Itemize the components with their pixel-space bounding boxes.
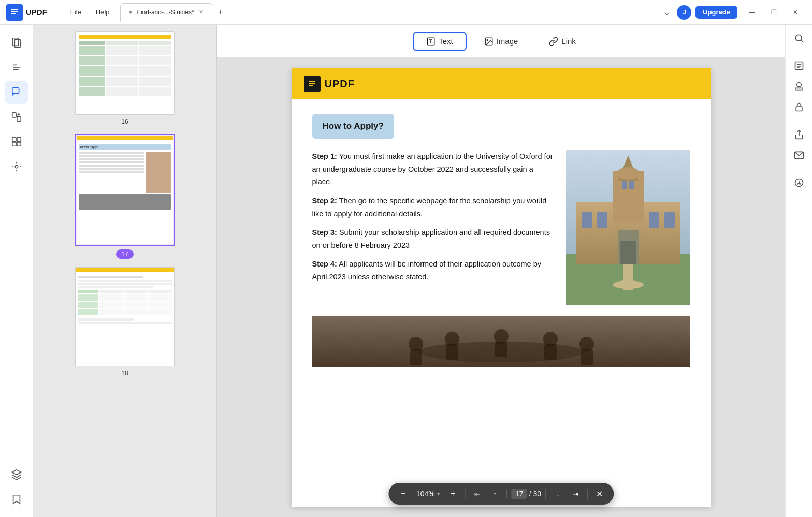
thumbnail-page-17[interactable]: How to Apply? xyxy=(37,134,212,259)
thumb-label-18: 18 xyxy=(121,370,128,377)
minimize-button[interactable]: — xyxy=(742,4,762,21)
thumb-label-17: 17 xyxy=(116,249,133,259)
svg-point-34 xyxy=(409,337,423,351)
page-viewport[interactable]: UPDF How to Apply? Step 1: You must firs… xyxy=(217,58,785,517)
zoom-dropdown-icon: ▾ xyxy=(437,491,440,497)
upgrade-label: Upgrade xyxy=(703,8,730,16)
link-tool-button[interactable]: Link xyxy=(535,32,589,51)
svg-point-40 xyxy=(543,332,558,346)
svg-point-12 xyxy=(15,165,18,168)
image-tool-button[interactable]: Image xyxy=(471,32,532,51)
nav-last-button[interactable]: ⇥ xyxy=(568,486,583,501)
svg-rect-29 xyxy=(620,241,636,264)
step-4-text: All applicants will be informed of their… xyxy=(312,260,541,281)
thumb-img-18 xyxy=(76,268,174,366)
thumbnail-page-18[interactable]: 18 xyxy=(37,267,212,377)
section-title-box: How to Apply? xyxy=(312,114,394,139)
user-avatar[interactable]: J xyxy=(677,5,691,20)
pdf-header: UPDF xyxy=(292,68,711,99)
maximize-button[interactable]: ❐ xyxy=(763,4,784,21)
close-button[interactable]: ✕ xyxy=(785,4,806,21)
pdf-logo: UPDF xyxy=(304,76,355,92)
sidebar-item-layers[interactable] xyxy=(5,463,28,486)
svg-rect-7 xyxy=(17,116,20,121)
zoom-sep-2 xyxy=(507,489,508,499)
svg-rect-41 xyxy=(544,344,557,360)
step-2: Step 2: Then go to the specific webpage … xyxy=(312,195,554,220)
ocr-icon[interactable] xyxy=(790,56,808,75)
menu-file[interactable]: File xyxy=(64,6,88,18)
zoom-sep-3 xyxy=(545,489,546,499)
pdf-logo-icon xyxy=(304,76,321,92)
zoom-in-button[interactable]: + xyxy=(445,486,461,501)
sidebar-item-ai[interactable] xyxy=(5,155,28,178)
step-2-label: Step 2: xyxy=(312,197,337,205)
right-sep-2 xyxy=(793,121,805,121)
svg-point-44 xyxy=(795,35,802,41)
step-1: Step 1: You must first make an applicati… xyxy=(312,150,554,188)
tab-close-icon[interactable]: ✕ xyxy=(197,8,206,17)
menu-help[interactable]: Help xyxy=(90,6,116,18)
zoom-out-button[interactable]: − xyxy=(396,486,411,501)
left-sidebar xyxy=(0,25,33,517)
nav-first-button[interactable]: ⇤ xyxy=(470,486,485,501)
current-tab[interactable]: ▾ Find-and-...-Studies* ✕ xyxy=(120,3,212,22)
svg-rect-35 xyxy=(410,349,422,365)
nav-prev-button[interactable]: ↑ xyxy=(487,486,503,501)
sidebar-item-convert[interactable] xyxy=(5,106,28,128)
image-tool-label: Image xyxy=(497,37,518,46)
new-tab-button[interactable]: + xyxy=(214,6,227,19)
step-4-label: Step 4: xyxy=(312,260,337,268)
steps-and-image: Step 1: You must first make an applicati… xyxy=(312,150,690,305)
zoom-percent-value: 104% xyxy=(416,490,435,498)
nav-next-button[interactable]: ↓ xyxy=(550,486,566,501)
upgrade-button[interactable]: Upgrade xyxy=(695,6,737,19)
search-icon[interactable] xyxy=(790,29,808,48)
save-icon[interactable] xyxy=(790,173,808,192)
tab-dropdown-icon[interactable]: ▾ xyxy=(127,9,134,16)
zoom-bar-close-button[interactable]: ✕ xyxy=(592,486,606,501)
step-2-text: Then go to the specific webpage for the … xyxy=(312,197,547,218)
step-1-label: Step 1: xyxy=(312,152,337,160)
sidebar-item-edit[interactable] xyxy=(5,56,28,79)
step-3: Step 3: Submit your scholarship applicat… xyxy=(312,226,554,252)
more-tabs-button[interactable]: ⌄ xyxy=(660,6,673,19)
current-page-input[interactable]: 17 xyxy=(512,489,527,499)
right-sidebar xyxy=(785,25,812,517)
lock-icon[interactable] xyxy=(790,98,808,116)
zoom-percent-selector[interactable]: 104% ▾ xyxy=(413,490,443,498)
text-tool-button[interactable]: Text xyxy=(413,32,467,51)
sidebar-item-comment[interactable] xyxy=(5,81,28,104)
app-name: UPDF xyxy=(26,8,47,17)
app-logo: UPDF xyxy=(6,4,47,21)
svg-point-42 xyxy=(579,337,594,351)
zoom-bar: − 104% ▾ + ⇤ ↑ 17 / 30 ↓ ⇥ ✕ xyxy=(388,483,614,505)
step-4: Step 4: All applicants will be informed … xyxy=(312,258,554,283)
sidebar-item-bookmark[interactable] xyxy=(5,488,28,511)
thumb-wrapper-16 xyxy=(75,31,175,115)
right-sep-1 xyxy=(793,52,805,52)
sidebar-item-organize[interactable] xyxy=(5,130,28,153)
svg-rect-26 xyxy=(622,181,627,189)
email-icon[interactable] xyxy=(790,146,808,165)
link-tool-label: Link xyxy=(561,37,576,46)
thumb-img-16 xyxy=(76,32,174,114)
thumb-label-16: 16 xyxy=(121,118,128,125)
thumb-img-17: How to Apply? xyxy=(77,136,173,244)
oxford-building-image xyxy=(566,150,690,305)
thumbnail-page-16[interactable]: 16 xyxy=(37,31,212,125)
page-indicator: 17 / 30 xyxy=(512,489,541,499)
pdf-page: UPDF How to Apply? Step 1: You must firs… xyxy=(292,68,711,507)
svg-point-36 xyxy=(445,332,459,346)
svg-point-15 xyxy=(487,39,488,40)
svg-rect-37 xyxy=(446,344,458,360)
total-pages: 30 xyxy=(533,490,542,498)
svg-rect-24 xyxy=(649,212,659,228)
share-icon[interactable] xyxy=(790,125,808,144)
svg-rect-31 xyxy=(623,264,633,290)
right-sep-3 xyxy=(793,169,805,169)
sidebar-item-pages[interactable] xyxy=(5,31,28,54)
svg-line-45 xyxy=(801,40,803,43)
step-1-text: You must first make an application to th… xyxy=(312,152,553,186)
stamp-icon[interactable] xyxy=(790,77,808,96)
